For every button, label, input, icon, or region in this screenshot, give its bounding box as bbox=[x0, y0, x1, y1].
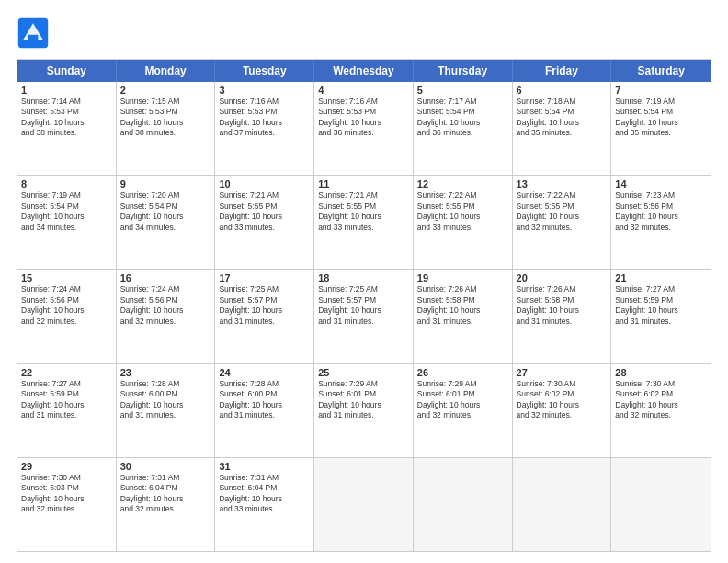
cell-line: and 32 minutes. bbox=[21, 316, 112, 327]
day-number: 8 bbox=[21, 178, 112, 190]
cell-line: and 38 minutes. bbox=[120, 128, 211, 138]
cell-line: Sunrise: 7:23 AM bbox=[615, 190, 707, 201]
cell-line: Sunrise: 7:30 AM bbox=[21, 473, 112, 483]
day-number: 22 bbox=[21, 367, 112, 378]
cell-line: Sunrise: 7:24 AM bbox=[21, 284, 112, 294]
day-number: 13 bbox=[517, 178, 608, 190]
day-number: 15 bbox=[21, 272, 112, 283]
cell-line: and 35 minutes. bbox=[615, 128, 707, 138]
svg-rect-2 bbox=[28, 35, 39, 40]
calendar-cell: 18Sunrise: 7:25 AMSunset: 5:57 PMDayligh… bbox=[314, 270, 414, 362]
calendar-cell: 17Sunrise: 7:25 AMSunset: 5:57 PMDayligh… bbox=[215, 270, 314, 362]
calendar-cell: 10Sunrise: 7:21 AMSunset: 5:55 PMDayligh… bbox=[215, 176, 314, 269]
cell-line: Daylight: 10 hours bbox=[517, 305, 608, 316]
cell-line: Sunset: 5:55 PM bbox=[417, 201, 508, 212]
cell-line: Sunrise: 7:27 AM bbox=[21, 379, 112, 389]
cell-line: and 32 minutes. bbox=[615, 410, 707, 420]
calendar-cell: 15Sunrise: 7:24 AMSunset: 5:56 PMDayligh… bbox=[17, 270, 117, 362]
calendar-cell: 3Sunrise: 7:16 AMSunset: 5:53 PMDaylight… bbox=[215, 82, 314, 175]
cell-line: Sunrise: 7:29 AM bbox=[417, 379, 508, 389]
day-number: 11 bbox=[318, 178, 409, 190]
cell-line: Sunrise: 7:18 AM bbox=[517, 97, 608, 107]
cell-line: and 31 minutes. bbox=[615, 316, 707, 327]
calendar-cell: 20Sunrise: 7:26 AMSunset: 5:58 PMDayligh… bbox=[513, 270, 612, 362]
day-number: 4 bbox=[318, 85, 409, 96]
header bbox=[17, 17, 711, 50]
cell-line: Sunset: 5:54 PM bbox=[517, 107, 608, 117]
cell-line: Sunset: 5:55 PM bbox=[517, 201, 608, 212]
calendar-cell: 27Sunrise: 7:30 AMSunset: 6:02 PMDayligh… bbox=[513, 364, 612, 457]
calendar-cell: 30Sunrise: 7:31 AMSunset: 6:04 PMDayligh… bbox=[117, 458, 216, 551]
cell-line: and 38 minutes. bbox=[21, 128, 112, 138]
cell-line: Sunrise: 7:31 AM bbox=[219, 473, 310, 483]
cell-line: Daylight: 10 hours bbox=[318, 400, 409, 410]
cell-line: and 32 minutes. bbox=[120, 504, 211, 514]
cell-line: and 34 minutes. bbox=[120, 223, 211, 233]
cell-line: and 32 minutes. bbox=[517, 223, 608, 233]
calendar-cell: 13Sunrise: 7:22 AMSunset: 5:55 PMDayligh… bbox=[513, 176, 612, 269]
day-number: 17 bbox=[219, 272, 310, 283]
calendar-cell: 16Sunrise: 7:24 AMSunset: 5:56 PMDayligh… bbox=[117, 270, 216, 362]
calendar-cell bbox=[513, 458, 612, 551]
calendar-cell: 2Sunrise: 7:15 AMSunset: 5:53 PMDaylight… bbox=[117, 82, 216, 175]
day-number: 25 bbox=[318, 367, 409, 378]
cell-line: and 36 minutes. bbox=[417, 128, 508, 138]
cell-line: Sunset: 5:53 PM bbox=[219, 107, 310, 117]
day-number: 9 bbox=[120, 178, 211, 190]
calendar-cell: 4Sunrise: 7:16 AMSunset: 5:53 PMDaylight… bbox=[314, 82, 414, 175]
cell-line: Sunrise: 7:14 AM bbox=[21, 97, 112, 107]
cell-line: and 32 minutes. bbox=[615, 223, 707, 233]
cell-line: Sunrise: 7:16 AM bbox=[318, 97, 409, 107]
calendar-cell bbox=[414, 458, 513, 551]
header-cell-sunday: Sunday bbox=[17, 60, 117, 82]
day-number: 26 bbox=[417, 367, 508, 378]
day-number: 19 bbox=[417, 272, 508, 283]
cell-line: Daylight: 10 hours bbox=[120, 118, 211, 128]
cell-line: and 34 minutes. bbox=[21, 223, 112, 233]
day-number: 14 bbox=[615, 178, 707, 190]
page: SundayMondayTuesdayWednesdayThursdayFrid… bbox=[0, 0, 728, 563]
calendar-cell bbox=[611, 458, 711, 551]
cell-line: Sunset: 5:56 PM bbox=[21, 295, 112, 305]
cell-line: Daylight: 10 hours bbox=[517, 212, 608, 222]
day-number: 27 bbox=[517, 367, 608, 378]
cell-line: and 32 minutes. bbox=[517, 410, 608, 420]
cell-line: Sunrise: 7:17 AM bbox=[417, 97, 508, 107]
cell-line: and 33 minutes. bbox=[318, 223, 409, 233]
cell-line: Sunrise: 7:20 AM bbox=[120, 190, 211, 201]
calendar-cell: 19Sunrise: 7:26 AMSunset: 5:58 PMDayligh… bbox=[414, 270, 513, 362]
calendar-cell: 26Sunrise: 7:29 AMSunset: 6:01 PMDayligh… bbox=[414, 364, 513, 457]
logo-icon bbox=[17, 17, 50, 50]
calendar-cell bbox=[314, 458, 414, 551]
header-cell-saturday: Saturday bbox=[611, 60, 711, 82]
calendar-cell: 22Sunrise: 7:27 AMSunset: 5:59 PMDayligh… bbox=[17, 364, 117, 457]
cell-line: Sunrise: 7:21 AM bbox=[219, 190, 310, 201]
cell-line: Sunrise: 7:26 AM bbox=[417, 284, 508, 294]
day-number: 7 bbox=[615, 85, 707, 96]
cell-line: and 33 minutes. bbox=[219, 504, 310, 514]
header-cell-tuesday: Tuesday bbox=[215, 60, 314, 82]
cell-line: Daylight: 10 hours bbox=[21, 305, 112, 316]
cell-line: Sunset: 5:54 PM bbox=[120, 201, 211, 212]
calendar-row-4: 22Sunrise: 7:27 AMSunset: 5:59 PMDayligh… bbox=[17, 364, 711, 458]
cell-line: Sunrise: 7:22 AM bbox=[417, 190, 508, 201]
cell-line: Sunset: 5:53 PM bbox=[318, 107, 409, 117]
cell-line: Sunset: 5:59 PM bbox=[21, 389, 112, 399]
cell-line: and 36 minutes. bbox=[318, 128, 409, 138]
calendar-cell: 8Sunrise: 7:19 AMSunset: 5:54 PMDaylight… bbox=[17, 176, 117, 269]
cell-line: Daylight: 10 hours bbox=[21, 212, 112, 222]
cell-line: Daylight: 10 hours bbox=[417, 118, 508, 128]
logo bbox=[17, 17, 55, 50]
cell-line: Sunrise: 7:30 AM bbox=[615, 379, 707, 389]
cell-line: Daylight: 10 hours bbox=[219, 212, 310, 222]
cell-line: Daylight: 10 hours bbox=[120, 494, 211, 504]
cell-line: and 32 minutes. bbox=[21, 504, 112, 514]
cell-line: and 32 minutes. bbox=[417, 410, 508, 420]
calendar-cell: 25Sunrise: 7:29 AMSunset: 6:01 PMDayligh… bbox=[314, 364, 414, 457]
calendar-cell: 24Sunrise: 7:28 AMSunset: 6:00 PMDayligh… bbox=[215, 364, 314, 457]
calendar-cell: 23Sunrise: 7:28 AMSunset: 6:00 PMDayligh… bbox=[117, 364, 216, 457]
cell-line: Daylight: 10 hours bbox=[219, 118, 310, 128]
header-cell-monday: Monday bbox=[117, 60, 216, 82]
cell-line: Daylight: 10 hours bbox=[417, 212, 508, 222]
cell-line: Sunset: 6:02 PM bbox=[615, 389, 707, 399]
